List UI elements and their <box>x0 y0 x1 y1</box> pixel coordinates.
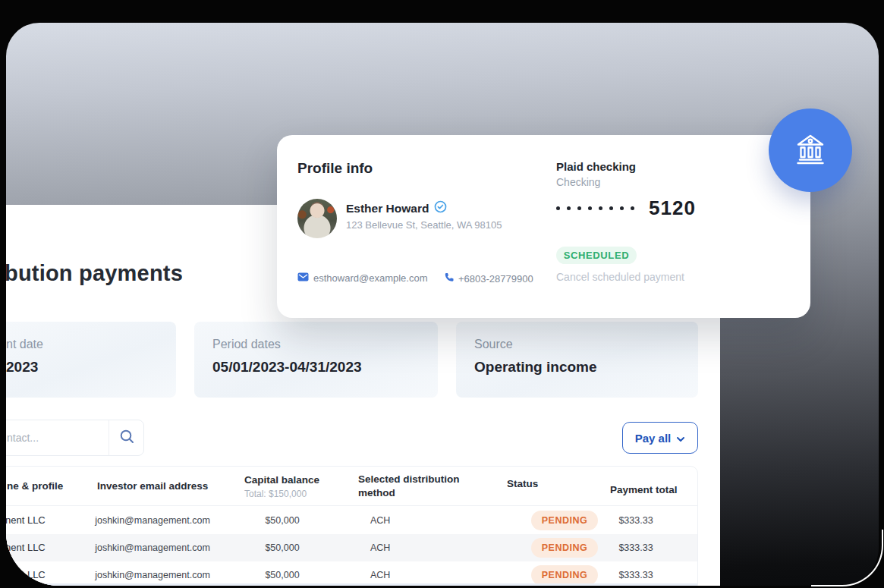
payments-table: ne & profile Investor email address Capi… <box>6 466 698 586</box>
summary-card-payment-date: nt date 2023 <box>6 322 176 398</box>
col-status: Status <box>507 478 538 489</box>
cell-method: ACH <box>370 507 390 534</box>
cell-total: $333.33 <box>598 561 674 586</box>
col-investor-email: Investor email address <box>97 480 208 492</box>
col-name-profile: ne & profile <box>7 480 63 492</box>
pay-all-label: Pay all <box>635 432 672 445</box>
cell-email: joshkin@management.com <box>92 534 213 561</box>
avatar <box>297 199 337 238</box>
summary-card-value: Operating income <box>474 359 597 376</box>
mask-dot <box>577 206 581 210</box>
mask-dot <box>556 206 560 210</box>
summary-card-label: nt date <box>6 338 43 351</box>
search-field <box>6 420 144 456</box>
verified-check-icon <box>434 200 447 216</box>
phone-icon <box>444 272 454 285</box>
table-row: nent LLC joshkin@management.com $50,000 … <box>6 534 697 561</box>
cell-total: $333.33 <box>598 507 674 534</box>
bank-icon <box>792 131 829 170</box>
col-capital-balance: Capital balance <box>244 474 319 486</box>
cell-method: ACH <box>370 561 390 586</box>
profile-address: 123 Bellevue St, Seattle, WA 98105 <box>346 219 502 231</box>
account-last4: 5120 <box>649 197 696 220</box>
profile-email-link[interactable]: esthoward@example.com <box>297 272 427 284</box>
mask-dot <box>599 206 602 210</box>
cell-investor-name: nent LLC <box>6 561 46 586</box>
cell-investor-name: nent LLC <box>6 507 46 534</box>
profile-card: Profile info Esther Howard 123 Bellevue … <box>277 135 810 318</box>
profile-name: Esther Howard <box>346 202 429 215</box>
cell-capital: $50,000 <box>244 507 320 534</box>
profile-phone: +6803-28779900 <box>458 273 533 285</box>
mask-dot <box>588 206 592 210</box>
mail-icon <box>297 272 309 284</box>
scheduled-badge: SCHEDULED <box>556 247 637 264</box>
summary-card-label: Source <box>474 338 513 351</box>
cell-investor-name: nent LLC <box>6 534 46 561</box>
screenshot-canvas: bution payments nt date 2023 Period date… <box>0 0 884 588</box>
col-payment-total: Payment total <box>610 484 678 495</box>
table-header: ne & profile Investor email address Capi… <box>6 467 697 506</box>
bank-circle-button[interactable] <box>769 108 852 192</box>
cell-email: joshkin@management.com <box>92 561 213 586</box>
cell-capital: $50,000 <box>244 534 320 561</box>
table-row: nent LLC joshkin@management.com $50,000 … <box>6 561 697 586</box>
summary-card-value: 05/01/2023-04/31/2023 <box>212 359 362 376</box>
mask-dot <box>567 206 571 210</box>
mask-dot <box>609 206 613 210</box>
col-capital-total: Total: $150,000 <box>244 489 307 499</box>
bank-account-name: Plaid checking <box>556 160 636 173</box>
col-distribution-method: Selected distribution method <box>358 473 464 500</box>
cell-total: $333.33 <box>598 534 674 561</box>
chevron-down-icon <box>676 432 685 445</box>
pay-all-button[interactable]: Pay all <box>622 422 698 454</box>
summary-card-source: Source Operating income <box>456 322 698 398</box>
mask-dot <box>620 206 624 210</box>
status-badge: PENDING <box>531 565 598 585</box>
cell-capital: $50,000 <box>244 561 320 586</box>
table-row: nent LLC joshkin@management.com $50,000 … <box>6 507 697 534</box>
status-badge: PENDING <box>531 511 598 530</box>
profile-email: esthoward@example.com <box>313 272 427 284</box>
summary-card-period-dates: Period dates 05/01/2023-04/31/2023 <box>194 322 438 398</box>
summary-card-value: 2023 <box>6 359 38 376</box>
page-title: bution payments <box>6 261 183 286</box>
search-input[interactable] <box>6 420 107 455</box>
cell-method: ACH <box>370 534 390 561</box>
profile-card-title: Profile info <box>297 160 373 177</box>
summary-card-label: Period dates <box>212 338 281 351</box>
next-row-edge <box>6 583 697 586</box>
cancel-scheduled-payment-link[interactable]: Cancel scheduled payment <box>556 271 684 283</box>
cell-email: joshkin@management.com <box>92 507 213 534</box>
profile-phone-link[interactable]: +6803-28779900 <box>444 272 533 285</box>
profile-name-row: Esther Howard <box>346 200 447 216</box>
status-badge: PENDING <box>531 538 598 558</box>
mask-dot <box>631 206 634 210</box>
search-icon <box>119 429 135 447</box>
masked-account-number: 5120 <box>556 196 696 220</box>
search-button[interactable] <box>109 420 145 455</box>
bank-account-type: Checking <box>556 176 600 188</box>
